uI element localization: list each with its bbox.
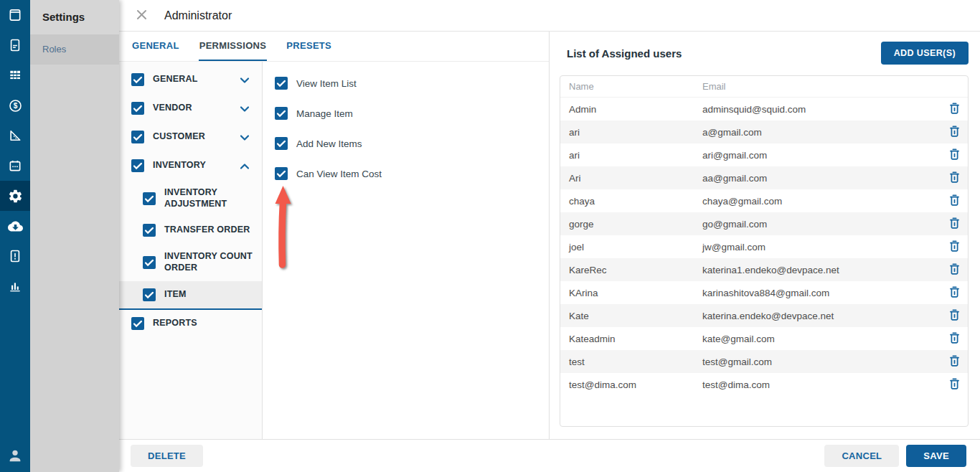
permission-label: View Item List bbox=[296, 78, 357, 89]
sidebar-nav-bar-chart[interactable] bbox=[0, 271, 30, 301]
add-users-button[interactable]: ADD USER(S) bbox=[881, 42, 969, 65]
user-name-cell: Kate bbox=[560, 311, 702, 321]
svg-text:$: $ bbox=[13, 102, 17, 110]
assigned-users-pane: List of Assigned users ADD USER(S) Name … bbox=[550, 32, 980, 439]
user-name-cell: Ari bbox=[560, 173, 702, 184]
tree-item-inventory[interactable]: INVENTORY bbox=[119, 151, 262, 180]
checkbox-view-item-list[interactable] bbox=[275, 77, 288, 90]
tab-permissions[interactable]: PERMISSIONS bbox=[199, 32, 268, 61]
sidebar-nav-document[interactable] bbox=[0, 30, 30, 60]
checkbox-inventory-adjustment[interactable] bbox=[143, 192, 156, 205]
annotation-arrow bbox=[272, 184, 295, 273]
user-name-cell: test bbox=[560, 357, 702, 367]
permissions-section: GENERALPERMISSIONSPRESETS GENERALVENDORC… bbox=[119, 32, 550, 439]
tree-item-vendor[interactable]: VENDOR bbox=[119, 94, 262, 123]
trash-icon bbox=[948, 101, 961, 118]
checkbox-can-view-item-cost[interactable] bbox=[275, 167, 288, 180]
checkbox-inventory[interactable] bbox=[131, 159, 144, 172]
tree-item-label: TRANSFER ORDER bbox=[164, 225, 256, 236]
permission-manage-item: Manage Item bbox=[263, 98, 549, 128]
delete-user-button[interactable] bbox=[947, 307, 962, 325]
sidebar-nav-settings-gear[interactable] bbox=[0, 181, 30, 211]
sidebar-nav-user[interactable] bbox=[0, 440, 30, 471]
dialog-content: GENERALPERMISSIONSPRESETS GENERALVENDORC… bbox=[119, 32, 980, 439]
table-row: gorgego@gmail.com bbox=[560, 212, 968, 235]
sidebar-item-roles[interactable]: Roles bbox=[30, 34, 119, 65]
trash-icon bbox=[948, 262, 961, 278]
tab-bar: GENERALPERMISSIONSPRESETS bbox=[119, 32, 549, 62]
register-icon bbox=[8, 8, 22, 22]
tree-item-customer[interactable]: CUSTOMER bbox=[119, 123, 262, 151]
tree-item-general[interactable]: GENERAL bbox=[119, 65, 262, 94]
permission-panes: GENERALVENDORCUSTOMERINVENTORYINVENTORY … bbox=[119, 62, 549, 439]
tree-item-reports[interactable]: REPORTS bbox=[119, 310, 262, 337]
save-button[interactable]: SAVE bbox=[906, 445, 966, 467]
settings-panel: Settings Roles bbox=[30, 0, 119, 472]
delete-user-button[interactable] bbox=[947, 284, 962, 302]
delete-user-button[interactable] bbox=[947, 146, 962, 164]
user-email-cell: katerina.endeko@devpace.net bbox=[702, 311, 947, 321]
tree-item-item[interactable]: ITEM bbox=[119, 281, 262, 310]
delete-user-button[interactable] bbox=[947, 100, 962, 118]
delete-user-button[interactable] bbox=[947, 376, 962, 394]
chevron-down-icon[interactable] bbox=[237, 130, 252, 144]
tree-item-label: REPORTS bbox=[153, 318, 256, 329]
delete-user-button[interactable] bbox=[947, 169, 962, 187]
table-row: aria@gmail.com bbox=[560, 121, 968, 143]
delete-user-button[interactable] bbox=[947, 261, 962, 279]
tree-item-label: VENDOR bbox=[153, 103, 229, 114]
cancel-button[interactable]: CANCEL bbox=[824, 445, 899, 467]
user-email-cell: chaya@gmail.com bbox=[702, 196, 947, 207]
checkbox-manage-item[interactable] bbox=[275, 107, 288, 120]
checkbox-customer[interactable] bbox=[131, 131, 144, 143]
delete-user-button[interactable] bbox=[947, 353, 962, 371]
checkbox-vendor[interactable] bbox=[131, 102, 144, 115]
chevron-down-icon[interactable] bbox=[237, 101, 252, 115]
dialog-title: Administrator bbox=[164, 9, 232, 22]
chevron-up-icon[interactable] bbox=[237, 159, 252, 173]
tree-item-inventory-count-order[interactable]: INVENTORY COUNT ORDER bbox=[119, 244, 262, 280]
tab-general[interactable]: GENERAL bbox=[131, 32, 180, 61]
delete-user-button[interactable] bbox=[947, 215, 962, 233]
tree-item-inventory-adjustment[interactable]: INVENTORY ADJUSTMENT bbox=[119, 180, 262, 217]
trash-icon bbox=[948, 331, 961, 347]
sidebar-nav-calendar[interactable] bbox=[0, 151, 30, 181]
tree-item-label: GENERAL bbox=[153, 74, 229, 85]
user-name-cell: Kateadmin bbox=[560, 334, 702, 344]
user-name-cell: gorge bbox=[560, 219, 702, 230]
user-email-cell: a@gmail.com bbox=[702, 127, 947, 138]
checkbox-transfer-order[interactable] bbox=[143, 224, 156, 237]
tree-item-label: ITEM bbox=[164, 289, 256, 301]
delete-user-button[interactable] bbox=[947, 123, 962, 141]
column-header-email: Email bbox=[702, 81, 968, 92]
delete-button[interactable]: DELETE bbox=[131, 445, 203, 467]
bar-chart-icon bbox=[8, 279, 22, 293]
checkbox-add-new-items[interactable] bbox=[275, 137, 288, 150]
table-row: joeljw@gmail.com bbox=[560, 235, 968, 258]
user-email-cell: kate@gmail.com bbox=[702, 334, 947, 344]
delete-user-button[interactable] bbox=[947, 330, 962, 348]
measure-icon bbox=[8, 128, 22, 143]
close-button[interactable] bbox=[133, 6, 150, 25]
report-alert-icon bbox=[8, 249, 22, 263]
tree-item-transfer-order[interactable]: TRANSFER ORDER bbox=[119, 217, 262, 244]
checkbox-general[interactable] bbox=[131, 73, 144, 86]
icon-sidebar: $ bbox=[0, 0, 30, 472]
checkbox-item[interactable] bbox=[143, 288, 156, 301]
sidebar-nav-measure[interactable] bbox=[0, 121, 30, 151]
chevron-down-icon[interactable] bbox=[237, 72, 252, 87]
close-icon bbox=[135, 8, 149, 24]
delete-user-button[interactable] bbox=[947, 238, 962, 256]
sidebar-nav-cloud-download[interactable] bbox=[0, 211, 30, 241]
user-name-cell: KArina bbox=[560, 288, 702, 298]
tree-item-label: CUSTOMER bbox=[153, 131, 229, 143]
sidebar-nav-table[interactable] bbox=[0, 60, 30, 90]
delete-user-button[interactable] bbox=[947, 192, 962, 210]
tab-presets[interactable]: PRESETS bbox=[286, 32, 332, 61]
checkbox-inventory-count-order[interactable] bbox=[143, 256, 156, 269]
trash-icon bbox=[948, 285, 961, 301]
sidebar-nav-report-alert[interactable] bbox=[0, 241, 30, 271]
sidebar-nav-dollar-circle[interactable]: $ bbox=[0, 90, 30, 121]
checkbox-reports[interactable] bbox=[131, 317, 144, 330]
sidebar-nav-register[interactable] bbox=[0, 0, 30, 30]
